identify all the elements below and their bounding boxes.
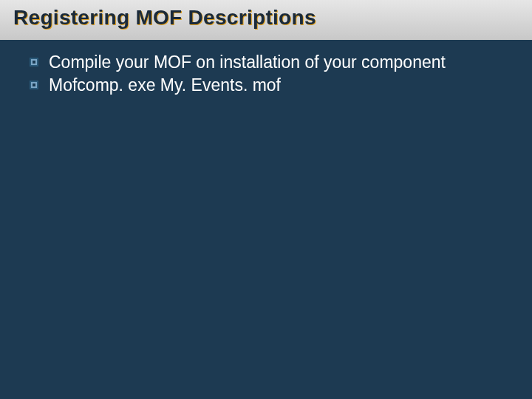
list-item: Mofcomp. exe My. Events. mof (30, 75, 510, 96)
bullet-icon (30, 58, 38, 66)
svg-rect-5 (33, 83, 35, 86)
list-item: Compile your MOF on installation of your… (30, 52, 510, 73)
slide-content: Compile your MOF on installation of your… (0, 40, 532, 96)
bullet-icon (30, 81, 38, 89)
bullet-text: Compile your MOF on installation of your… (49, 52, 510, 73)
slide-title: Registering MOF Descriptions (0, 0, 532, 40)
bullet-text: Mofcomp. exe My. Events. mof (49, 75, 510, 96)
svg-rect-2 (33, 61, 35, 64)
